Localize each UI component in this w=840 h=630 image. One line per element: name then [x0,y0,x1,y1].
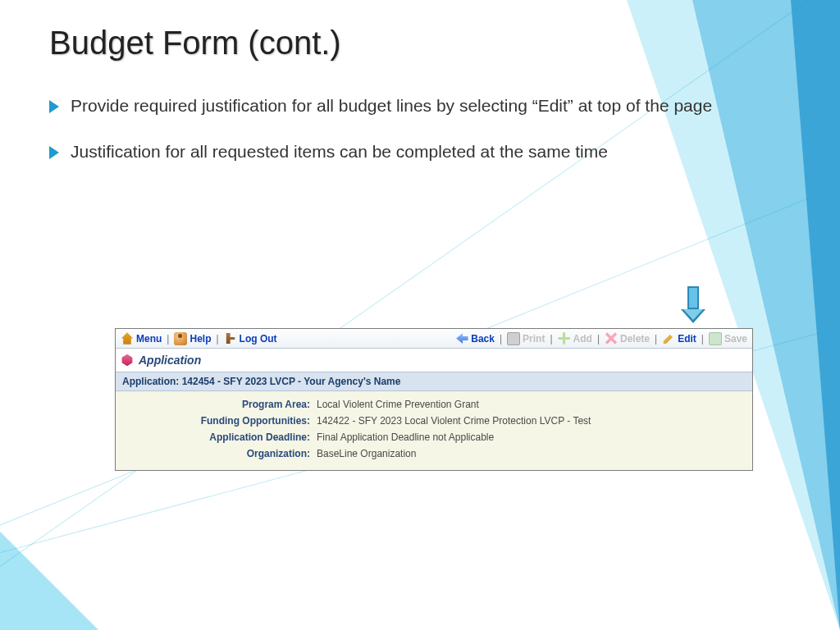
save-button: Save [707,332,749,345]
print-icon [507,332,520,345]
field-value: Final Application Deadline not Applicabl… [317,429,494,445]
edit-icon [662,332,675,345]
separator: | [597,333,600,345]
triangle-bullet-icon [49,146,59,159]
logout-label: Log Out [240,333,277,345]
field-value: BaseLine Organization [317,445,416,462]
triangle-bullet-icon [49,100,59,113]
section-header: Application [116,349,752,372]
bullet-text: Provide required justification for all b… [71,94,712,117]
bullet-list: Provide required justification for all b… [49,94,791,164]
save-icon [709,332,722,345]
application-title-bar: Application: 142454 - SFY 2023 LVCP - Yo… [116,372,752,391]
application-icon [121,354,134,367]
help-label: Help [189,333,211,345]
back-label: Back [471,333,495,345]
logout-button[interactable]: Log Out [222,332,279,345]
help-button[interactable]: Help [172,332,212,345]
add-label: Add [573,333,592,345]
section-title: Application [139,354,201,367]
field-organization: Organization: BaseLine Organization [116,445,752,462]
field-label: Program Area: [116,396,317,413]
help-icon [174,332,187,345]
bullet-item: Provide required justification for all b… [49,94,722,117]
delete-icon [605,332,618,345]
application-panel: Menu | Help | Log Out Back | Print [115,328,753,471]
delete-button: Delete [603,332,651,345]
menu-label: Menu [136,333,162,345]
print-label: Print [523,333,545,345]
edit-label: Edit [678,333,696,345]
field-label: Organization: [116,445,317,462]
menu-button[interactable]: Menu [119,332,163,345]
edit-button[interactable]: Edit [660,332,698,345]
separator: | [500,333,502,345]
logout-icon [224,332,237,345]
field-funding-opportunities: Funding Opportunities: 142422 - SFY 2023… [116,413,752,429]
separator: | [550,333,552,345]
back-icon [455,332,468,345]
field-program-area: Program Area: Local Violent Crime Preven… [116,396,752,413]
separator: | [167,333,169,345]
separator: | [216,333,218,345]
back-button[interactable]: Back [454,332,496,345]
field-value: Local Violent Crime Prevention Grant [317,396,479,413]
field-value: 142422 - SFY 2023 Local Violent Crime Pr… [317,413,591,429]
delete-label: Delete [620,333,650,345]
callout-arrow-icon [681,286,705,323]
bullet-text: Justification for all requested items ca… [71,140,608,163]
slide-title: Budget Form (cont.) [49,25,791,62]
application-details: Program Area: Local Violent Crime Preven… [116,391,752,470]
add-icon [558,332,571,345]
add-button: Add [556,332,594,345]
field-label: Funding Opportunities: [116,413,317,429]
print-button: Print [505,332,546,345]
save-label: Save [724,333,747,345]
separator: | [655,333,657,345]
home-icon [121,332,134,345]
field-label: Application Deadline: [116,429,317,445]
bullet-item: Justification for all requested items ca… [49,140,722,163]
separator: | [701,333,704,345]
field-application-deadline: Application Deadline: Final Application … [116,429,752,445]
app-toolbar: Menu | Help | Log Out Back | Print [116,329,752,349]
